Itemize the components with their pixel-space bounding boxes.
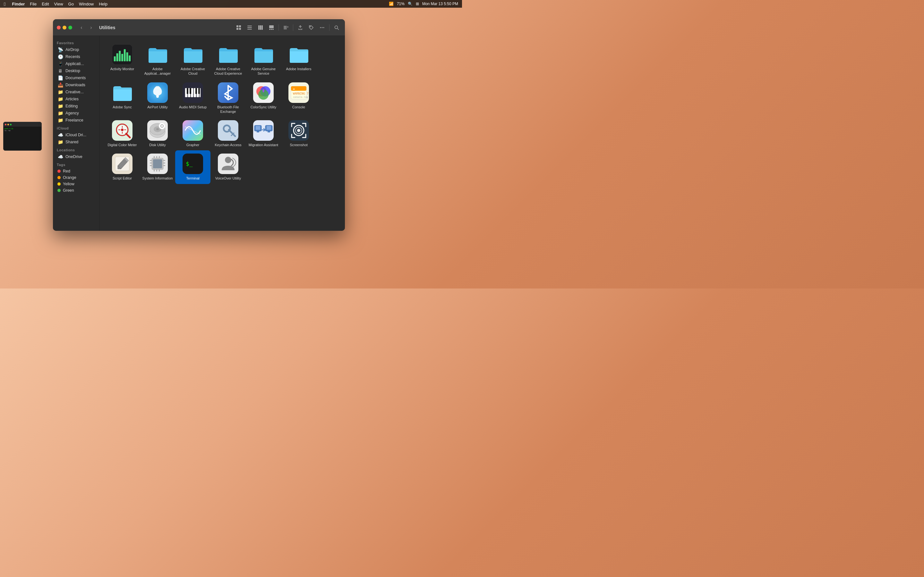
sidebar-item-tag-red[interactable]: Red — [54, 168, 98, 174]
app-item-activity-monitor[interactable]: Activity Monitor — [105, 41, 140, 79]
menubar-search-icon[interactable]: 🔍 — [408, 2, 413, 6]
tags-header: Tags — [53, 160, 99, 168]
svg-rect-70 — [218, 120, 238, 141]
gallery-view-button[interactable] — [267, 23, 276, 32]
sidebar-item-articles[interactable]: 📁 Articles — [54, 95, 98, 103]
svg-rect-94 — [163, 165, 165, 166]
sidebar-item-freelance[interactable]: 📁 Freelance — [54, 117, 98, 124]
icloud-header: iCloud — [53, 124, 99, 131]
sidebar-item-recents[interactable]: 🕐 Recents — [54, 53, 98, 60]
sidebar-item-shared[interactable]: 📁 Shared — [54, 139, 98, 145]
svg-rect-91 — [150, 165, 152, 166]
menubar-battery: 71% — [397, 2, 405, 6]
more-button[interactable] — [318, 23, 326, 32]
menu-window[interactable]: Window — [79, 2, 94, 6]
terminal-label: Terminal — [186, 176, 200, 181]
app-item-grapher[interactable]: Grapher — [175, 117, 210, 150]
apple-menu[interactable]:  — [4, 1, 5, 7]
app-item-adobe-genuine[interactable]: Adobe Genuine Service — [246, 41, 281, 79]
sidebar-label-articles: Articles — [65, 97, 79, 101]
app-name[interactable]: Finder — [12, 2, 25, 6]
svg-rect-89 — [150, 160, 152, 161]
column-view-button[interactable] — [256, 23, 265, 32]
search-button[interactable] — [332, 23, 341, 32]
sidebar: Favorites 📡 AirDrop 🕐 Recents 📱 Applicat… — [53, 36, 99, 231]
app-item-keychain[interactable]: Keychain Access — [210, 117, 246, 150]
system-info-label: System Information — [142, 176, 173, 181]
minimize-button[interactable] — [63, 26, 66, 29]
onedrive-icon: ☁️ — [57, 154, 63, 159]
sidebar-item-airdrop[interactable]: 📡 AirDrop — [54, 46, 98, 53]
app-item-adobe-app-manager[interactable]: Adobe Applicat...anager — [140, 41, 175, 79]
forward-button[interactable]: › — [87, 23, 95, 32]
sidebar-item-downloads[interactable]: 📥 Downloads — [54, 81, 98, 89]
sidebar-item-desktop[interactable]: 🖥 Desktop — [54, 67, 98, 74]
app-item-adobe-cc-experience[interactable]: Adobe Creative Cloud Experience — [210, 41, 246, 79]
sidebar-label-shared: Shared — [65, 140, 78, 144]
sidebar-item-agency[interactable]: 📁 Agency — [54, 110, 98, 117]
favorites-header: Favorites — [53, 39, 99, 46]
menu-help[interactable]: Help — [99, 2, 107, 6]
sidebar-item-applications[interactable]: 📱 Applicati... — [54, 60, 98, 67]
sidebar-item-editing[interactable]: 📁 Editing — [54, 103, 98, 110]
app-item-digital-color-meter[interactable]: Digital Color Meter — [105, 117, 140, 150]
svg-rect-11 — [269, 29, 270, 30]
app-item-bluetooth[interactable]: Bluetooth File Exchange — [210, 79, 246, 117]
finder-window: ‹ › Utilities — [53, 19, 345, 231]
script-editor-icon — [112, 153, 132, 174]
sidebar-item-tag-green[interactable]: Green — [54, 187, 98, 193]
keychain-icon — [218, 120, 238, 141]
svg-rect-90 — [150, 163, 152, 163]
app-item-airport-utility[interactable]: AirPort Utility — [140, 79, 175, 117]
svg-rect-95 — [153, 156, 155, 158]
group-button[interactable] — [281, 23, 290, 32]
list-view-button[interactable] — [245, 23, 254, 32]
sidebar-item-documents[interactable]: 📄 Documents — [54, 74, 98, 81]
svg-rect-100 — [159, 169, 160, 171]
app-item-system-info[interactable]: System Information — [140, 150, 175, 184]
menubar-control-center[interactable]: ⊞ — [416, 2, 419, 6]
sidebar-item-tag-yellow[interactable]: Yellow — [54, 181, 98, 187]
back-button[interactable]: ‹ — [78, 23, 86, 32]
svg-rect-5 — [247, 27, 252, 28]
svg-rect-2 — [236, 28, 238, 30]
maximize-button[interactable] — [68, 26, 72, 29]
app-item-audio-midi[interactable]: Audio MIDI Setup — [175, 79, 210, 117]
app-item-screenshot[interactable]: Screenshot — [281, 117, 317, 150]
app-item-migration[interactable]: Migration Assistant — [246, 117, 281, 150]
menu-edit[interactable]: Edit — [42, 2, 49, 6]
app-item-adobe-installers[interactable]: Adobe Installers — [281, 41, 317, 79]
app-item-console[interactable]: WARNING 7:36 console.log Console — [281, 79, 317, 117]
app-item-script-editor[interactable]: Script Editor — [105, 150, 140, 184]
svg-rect-96 — [156, 156, 157, 158]
app-item-disk-utility[interactable]: Disk Utility — [140, 117, 175, 150]
main-content: Activity Monitor Adobe Applicat...anager — [99, 36, 345, 231]
svg-rect-78 — [268, 131, 270, 132]
app-item-voiceover[interactable]: VoiceOver Utility — [210, 150, 246, 184]
app-item-colorsync[interactable]: ColorSync Utility — [246, 79, 281, 117]
svg-rect-15 — [284, 27, 287, 28]
app-item-adobe-creative-cloud[interactable]: Adobe Creative Cloud — [175, 41, 210, 79]
adobe-app-manager-icon — [147, 44, 168, 65]
disk-utility-icon — [147, 120, 168, 141]
svg-text:console.log: console.log — [293, 96, 308, 98]
menu-go[interactable]: Go — [68, 2, 74, 6]
svg-point-32 — [156, 95, 159, 98]
adobe-genuine-icon — [253, 44, 274, 65]
terminal-thumbnail[interactable]: bash-3.2$ ls -la — [3, 122, 42, 151]
sidebar-item-tag-orange[interactable]: Orange — [54, 174, 98, 181]
sidebar-item-icloud-drive[interactable]: ☁️ iCloud Dri... — [54, 131, 98, 139]
app-item-terminal[interactable]: $_ Terminal — [175, 150, 210, 184]
screenshot-label: Screenshot — [290, 143, 308, 147]
sidebar-item-creative[interactable]: 📁 Creative... — [54, 89, 98, 95]
menu-view[interactable]: View — [54, 2, 63, 6]
migration-icon — [253, 120, 274, 141]
share-button[interactable] — [296, 23, 305, 32]
app-item-adobe-sync[interactable]: Adobe Sync — [105, 79, 140, 117]
menu-file[interactable]: File — [30, 2, 37, 6]
close-button[interactable] — [57, 26, 61, 29]
icon-view-button[interactable] — [234, 23, 243, 32]
sidebar-item-onedrive[interactable]: ☁️ OneDrive — [54, 153, 98, 160]
svg-rect-88 — [153, 159, 162, 168]
tag-button[interactable] — [307, 23, 316, 32]
